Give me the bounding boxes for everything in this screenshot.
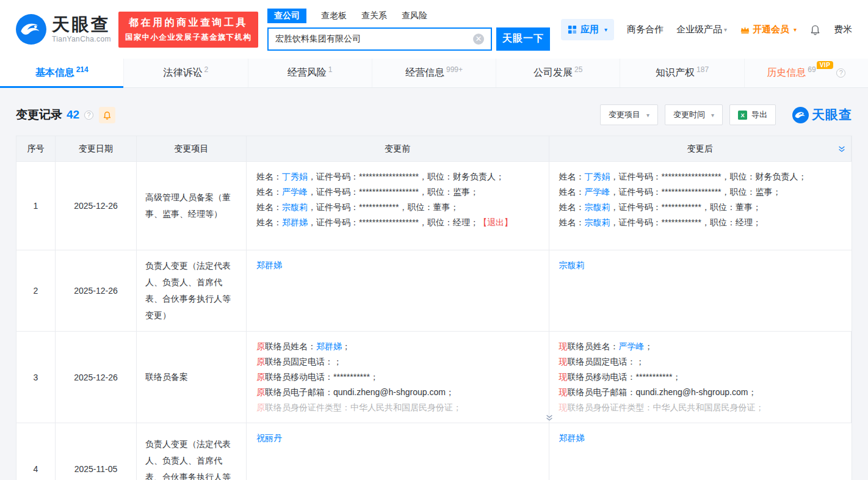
tab-count: 2 (204, 65, 209, 74)
search-tab-1[interactable]: 查公司 (267, 9, 306, 23)
person-link[interactable]: 宗馥莉 (559, 260, 585, 270)
crown-icon (740, 25, 750, 34)
row-number: 1 (16, 162, 56, 250)
tianyancha-watermark-icon (792, 107, 809, 123)
row-number: 4 (16, 423, 56, 480)
open-vip-button[interactable]: 开通会员 ▾ (740, 24, 797, 35)
text-segment: ，证件号码：******************，职位：经理； (308, 217, 479, 227)
change-item-label: 高级管理人员备案（董事、监事、经理等） (145, 189, 237, 222)
search-input[interactable] (275, 34, 473, 44)
tab-1[interactable]: 基本信息214 (0, 59, 123, 87)
export-button[interactable]: X 导出 (729, 104, 776, 125)
nav-enterprise-products[interactable]: 企业级产品 ▾ (676, 24, 727, 35)
person-link[interactable]: 严学峰 (619, 341, 645, 351)
person-link[interactable]: 宗馥莉 (585, 217, 610, 227)
after-cell: 郑群娣 (549, 423, 852, 480)
tab-label: 法律诉讼 (164, 67, 203, 79)
chevron-down-icon: ▾ (604, 26, 607, 33)
red-text: 现 (559, 341, 568, 351)
help-icon[interactable]: ? (84, 111, 93, 120)
apps-menu[interactable]: 应用 ▾ (561, 19, 614, 40)
red-text: 现 (559, 387, 568, 397)
search-tab-3[interactable]: 查关系 (361, 10, 387, 21)
tab-label: 历史信息 (767, 67, 806, 79)
tianyancha-logo[interactable]: 天眼查 TianYanCha.com (16, 14, 111, 45)
change-item-label: 负责人变更（法定代表人、负责人、首席代表、合伙事务执行人等变更） (145, 436, 237, 480)
tab-4[interactable]: 经营信息999+ (372, 59, 496, 87)
expand-row-icon[interactable] (545, 413, 554, 422)
nav-enterprise-label: 企业级产品 (676, 24, 722, 35)
change-line: 郑群娣 (256, 258, 539, 273)
promo-banner: 都在用的商业查询工具 国家中小企业发展子基金旗下机构 (118, 12, 258, 48)
section-count: 42 (67, 108, 79, 122)
tab-label: 经营风险 (288, 67, 327, 79)
person-link[interactable]: 祝丽丹 (256, 433, 282, 443)
table-body: 12025-12-26高级管理人员备案（董事、监事、经理等）姓名：丁秀娟，证件号… (16, 162, 852, 480)
column-header: 序号 (16, 136, 56, 161)
apps-label: 应用 (580, 24, 599, 35)
change-line: 原联络员姓名：郑群娣； (256, 339, 539, 354)
before-cell: 郑群娣 (247, 250, 549, 331)
person-link[interactable]: 严学峰 (282, 187, 308, 197)
table-row: 22025-12-26负责人变更（法定代表人、负责人、首席代表、合伙事务执行人等… (16, 250, 852, 332)
text-segment: 姓名： (256, 202, 282, 212)
tab-count: 187 (696, 65, 709, 74)
help-icon[interactable]: ? (836, 68, 845, 78)
before-cell: 姓名：丁秀娟，证件号码：******************，职位：财务负责人；… (247, 162, 549, 250)
search-button[interactable]: 天眼一下 (496, 27, 550, 51)
before-cell: 原联络员姓名：郑群娣；原联络员固定电话：；原联络员移动电话：**********… (247, 332, 549, 423)
subscribe-bell-button[interactable] (99, 107, 115, 123)
change-item: 联络员备案 (137, 332, 247, 423)
change-line: 现联络员电子邮箱：qundi.zheng@h-shgroup.com； (559, 385, 842, 400)
tab-6[interactable]: 知识产权187 (620, 59, 743, 87)
user-menu[interactable]: 费米 (834, 24, 852, 35)
tab-2[interactable]: 法律诉讼2 (123, 59, 247, 87)
person-link[interactable]: 郑群娣 (256, 260, 282, 270)
text-segment: 姓名： (256, 172, 282, 181)
tab-3[interactable]: 经营风险1 (248, 59, 372, 87)
change-item: 负责人变更（法定代表人、负责人、首席代表、合伙事务执行人等变更） (137, 423, 247, 480)
text-segment: 姓名： (256, 187, 282, 197)
after-cell: 宗馥莉 (549, 250, 852, 331)
person-link[interactable]: 丁秀娟 (282, 172, 308, 181)
person-link[interactable]: 丁秀娟 (585, 172, 610, 181)
person-link[interactable]: 宗馥莉 (282, 202, 308, 212)
banner-line2: 国家中小企业发展子基金旗下机构 (125, 32, 251, 43)
change-item: 高级管理人员备案（董事、监事、经理等） (137, 162, 247, 250)
text-segment: 联络员电子邮箱：qundi.zheng@h-shgroup.com； (265, 387, 454, 397)
person-link[interactable]: 郑群娣 (282, 217, 308, 227)
notifications-bell-icon[interactable] (809, 24, 821, 35)
search-tabs: 查公司查老板查关系查风险 (267, 9, 550, 23)
change-item: 负责人变更（法定代表人、负责人、首席代表、合伙事务执行人等变更） (137, 250, 247, 331)
filter-change-item-dropdown[interactable]: 变更项目 ▾ (600, 104, 658, 125)
tab-label: 知识产权 (656, 67, 695, 79)
red-text: 原 (256, 387, 265, 397)
column-header: 变更项目 (137, 136, 247, 161)
change-line: 原联络员电子邮箱：qundi.zheng@h-shgroup.com； (256, 385, 539, 400)
tab-5[interactable]: 公司发展25 (496, 59, 620, 87)
search-tab-2[interactable]: 查老板 (321, 10, 347, 21)
person-link[interactable]: 严学峰 (585, 187, 610, 197)
person-link[interactable]: 宗馥莉 (585, 202, 610, 212)
person-link[interactable]: 郑群娣 (316, 341, 342, 351)
filter-change-time-dropdown[interactable]: 变更时间 ▾ (665, 104, 723, 125)
tab-count: 999+ (446, 65, 463, 74)
logo-subtitle: TianYanCha.com (52, 35, 111, 43)
clear-search-icon[interactable]: ✕ (473, 34, 484, 45)
chevron-down-icon: ▾ (711, 112, 714, 118)
nav-business-cooperation[interactable]: 商务合作 (627, 24, 664, 35)
tab-7[interactable]: 历史信息69VIP? (744, 59, 868, 87)
text-segment: 姓名： (559, 202, 585, 212)
vip-badge: VIP (817, 61, 834, 69)
apps-grid-icon (568, 25, 577, 34)
change-date: 2025-11-05 (56, 423, 137, 480)
search-tab-4[interactable]: 查风险 (402, 10, 427, 21)
tab-count: 1 (328, 65, 333, 74)
watermark-label: 天眼查 (812, 106, 852, 123)
collapse-all-icon[interactable] (837, 145, 846, 153)
person-link[interactable]: 郑群娣 (559, 433, 585, 443)
red-text: 原 (256, 402, 265, 412)
text-segment: 姓名： (256, 217, 282, 227)
table-row: 12025-12-26高级管理人员备案（董事、监事、经理等）姓名：丁秀娟，证件号… (16, 162, 852, 250)
row-number: 3 (16, 332, 56, 423)
